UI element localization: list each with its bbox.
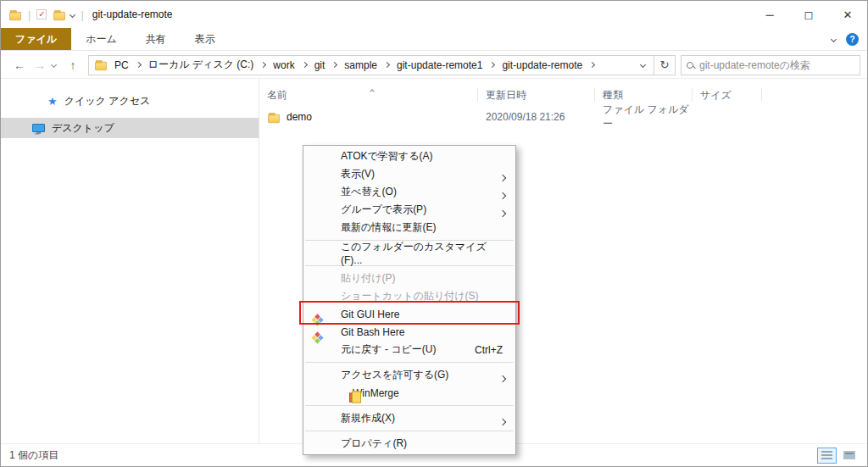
breadcrumb: PCローカル ディスク (C:)workgitsamplegit-update-… bbox=[114, 58, 641, 72]
submenu-chevron-icon bbox=[500, 207, 505, 219]
cell-name: demo bbox=[259, 111, 478, 124]
menu-separator bbox=[305, 362, 514, 363]
menu-item--r-[interactable]: プロパティ(R) bbox=[303, 435, 515, 453]
tab-2[interactable]: 共有 bbox=[131, 28, 181, 50]
breadcrumb-item[interactable]: git-update-remote1 bbox=[397, 59, 482, 71]
column-header-3[interactable]: サイズ bbox=[693, 88, 762, 102]
help-icon[interactable]: ? bbox=[846, 33, 859, 46]
up-button[interactable]: ↑ bbox=[63, 58, 83, 72]
sidebar-item-label: クイック アクセス bbox=[64, 94, 151, 108]
column-header-0[interactable]: 名前 bbox=[259, 88, 478, 102]
item-count-label: 1 個の項目 bbox=[9, 448, 58, 463]
breadcrumb-chevron-icon[interactable] bbox=[302, 62, 308, 68]
menu-separator bbox=[305, 405, 514, 406]
breadcrumb-chevron-icon[interactable] bbox=[384, 62, 390, 68]
sidebar-item-1[interactable]: デスクトップ bbox=[1, 118, 259, 138]
desktop-monitor-icon bbox=[32, 124, 45, 132]
submenu-chevron-icon bbox=[500, 189, 505, 201]
search-input[interactable] bbox=[699, 59, 854, 71]
navigation-pane: ★クイック アクセスデスクトップ bbox=[1, 79, 259, 443]
menu-item--p-[interactable]: グループで表示(P) bbox=[303, 201, 515, 219]
breadcrumb-chevron-icon[interactable] bbox=[589, 62, 595, 68]
window-folder-icon bbox=[9, 11, 21, 19]
ribbon-collapse-chevron-icon[interactable] bbox=[831, 36, 837, 42]
history-chevron-icon[interactable] bbox=[51, 62, 57, 68]
breadcrumb-item[interactable]: sample bbox=[344, 59, 377, 71]
tab-3[interactable]: 表示 bbox=[181, 28, 230, 50]
toolbar-chevron-down-icon[interactable] bbox=[70, 11, 75, 17]
back-button[interactable]: ← bbox=[9, 58, 30, 72]
breadcrumb-item[interactable]: git-update-remote bbox=[502, 59, 582, 71]
breadcrumb-item[interactable]: ローカル ディスク (C:) bbox=[148, 58, 254, 72]
explorer-window: | ✓ | git-update-remote ─ ◻ ✕ ファイルホーム共有表… bbox=[0, 0, 868, 467]
window-title: git-update-remote bbox=[92, 8, 173, 20]
menu-item-git-bash-here[interactable]: Git Bash Here bbox=[303, 323, 515, 341]
menu-item--x-[interactable]: 新規作成(X) bbox=[303, 409, 515, 427]
menu-item-label: 貼り付け(P) bbox=[341, 271, 396, 286]
context-menu: ATOKで学習する(A)表示(V)並べ替え(O)グループで表示(P)最新の情報に… bbox=[303, 145, 516, 455]
menu-item--o-[interactable]: 並べ替え(O) bbox=[303, 183, 515, 201]
cell-type: ファイル フォルダー bbox=[595, 103, 693, 131]
close-button[interactable]: ✕ bbox=[828, 1, 867, 28]
address-dropdown-chevron-icon[interactable] bbox=[640, 62, 646, 68]
menu-item--p-: 貼り付け(P) bbox=[303, 270, 515, 287]
menu-item-label: Git Bash Here bbox=[341, 326, 404, 338]
column-header-2[interactable]: 種類 bbox=[595, 88, 693, 102]
menu-item-label: アクセスを許可する(G) bbox=[341, 368, 448, 382]
refresh-button[interactable]: ↻ bbox=[654, 55, 676, 75]
winmerge-icon bbox=[349, 391, 361, 402]
menu-item-label: 表示(V) bbox=[341, 167, 375, 181]
divider: | bbox=[81, 8, 83, 21]
cell-text: 2020/09/18 21:26 bbox=[486, 111, 565, 123]
breadcrumb-item[interactable]: PC bbox=[114, 59, 129, 71]
search-box bbox=[681, 55, 860, 75]
cell-text: demo bbox=[287, 111, 312, 123]
sidebar-item-label: デスクトップ bbox=[52, 121, 114, 136]
details-view-icon bbox=[821, 451, 832, 459]
tab-0[interactable]: ファイル bbox=[1, 28, 71, 50]
checkbox-icon[interactable]: ✓ bbox=[36, 9, 47, 19]
sort-ascending-icon bbox=[370, 81, 374, 97]
address-bar-row: ← → ↑ PCローカル ディスク (C:)workgitsamplegit-u… bbox=[1, 52, 867, 79]
submenu-chevron-icon bbox=[500, 171, 505, 183]
menu-item--u-[interactable]: 元に戻す - コピー(U)Ctrl+Z bbox=[303, 341, 515, 359]
window-controls: ─ ◻ ✕ bbox=[750, 1, 867, 28]
forward-button[interactable]: → bbox=[30, 58, 50, 72]
table-row[interactable]: demo2020/09/18 21:26ファイル フォルダー bbox=[259, 108, 867, 126]
details-view-button[interactable] bbox=[817, 448, 837, 464]
breadcrumb-item[interactable]: git bbox=[314, 59, 326, 71]
menu-item-label: 元に戻す - コピー(U) bbox=[341, 342, 436, 357]
menu-item--v-[interactable]: 表示(V) bbox=[303, 165, 515, 183]
address-box[interactable]: PCローカル ディスク (C:)workgitsamplegit-update-… bbox=[88, 55, 654, 75]
column-header-1[interactable]: 更新日時 bbox=[478, 88, 595, 102]
breadcrumb-chevron-icon[interactable] bbox=[489, 62, 495, 68]
toolbar-folder-icon[interactable] bbox=[54, 11, 66, 19]
breadcrumb-chevron-icon[interactable] bbox=[136, 62, 142, 68]
menu-item--f-[interactable]: このフォルダーのカスタマイズ(F)... bbox=[303, 244, 515, 262]
tab-1[interactable]: ホーム bbox=[71, 28, 131, 50]
ribbon-right: ? bbox=[832, 28, 867, 50]
breadcrumb-chevron-icon[interactable] bbox=[260, 62, 266, 68]
menu-item--g-[interactable]: アクセスを許可する(G) bbox=[303, 366, 515, 384]
sidebar-item-0[interactable]: ★クイック アクセス bbox=[1, 91, 259, 111]
menu-item-label: プロパティ(R) bbox=[341, 436, 407, 451]
menu-item-label: グループで表示(P) bbox=[341, 203, 426, 217]
column-headers: 名前更新日時種類サイズ bbox=[259, 86, 867, 104]
menu-item-winmerge[interactable]: WinMerge bbox=[303, 384, 515, 402]
breadcrumb-item[interactable]: work bbox=[273, 59, 294, 71]
menu-item-atok-a-[interactable]: ATOKで学習する(A) bbox=[303, 147, 515, 165]
address-folder-icon bbox=[95, 62, 107, 70]
submenu-chevron-icon bbox=[500, 415, 505, 427]
ribbon-tabs: ファイルホーム共有表示 ? bbox=[1, 28, 867, 51]
menu-item-label: 最新の情報に更新(E) bbox=[341, 220, 437, 235]
menu-item-shortcut: Ctrl+Z bbox=[475, 344, 507, 356]
folder-icon bbox=[268, 114, 280, 122]
minimize-button[interactable]: ─ bbox=[750, 1, 789, 28]
annotation-highlight-box bbox=[299, 301, 520, 325]
maximize-button[interactable]: ◻ bbox=[789, 1, 828, 28]
large-icons-view-icon bbox=[843, 451, 855, 459]
menu-item--e-[interactable]: 最新の情報に更新(E) bbox=[303, 219, 515, 236]
large-icons-view-button[interactable] bbox=[839, 448, 859, 464]
quick-access-toolbar: | ✓ | git-update-remote bbox=[1, 8, 173, 21]
breadcrumb-chevron-icon[interactable] bbox=[331, 62, 337, 68]
